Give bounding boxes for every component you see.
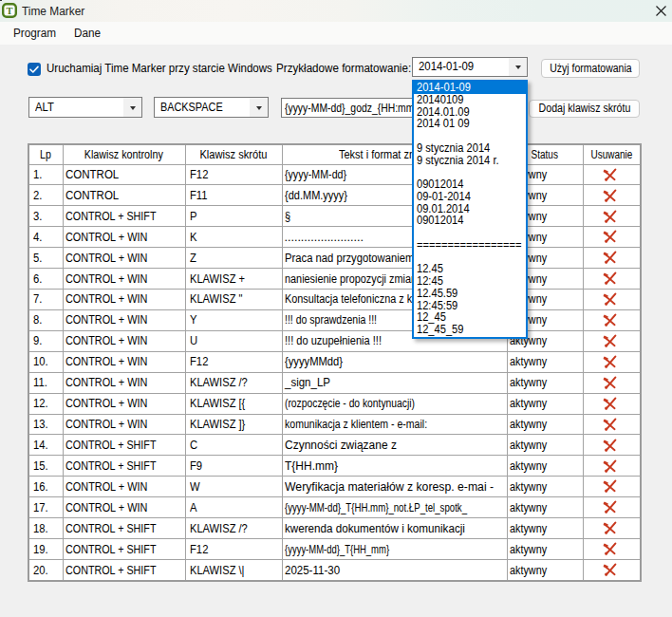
- svg-text:T: T: [6, 6, 12, 16]
